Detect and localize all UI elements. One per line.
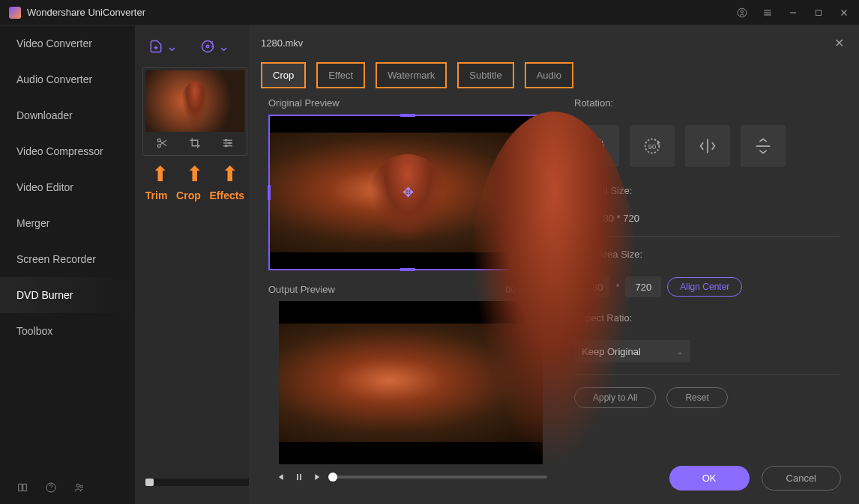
crop-handle-bottom[interactable] [400, 268, 415, 271]
arrow-up-icon: ⬆ [151, 162, 169, 186]
svg-rect-6 [816, 10, 822, 15]
prev-frame-button[interactable] [274, 472, 285, 482]
sidebar-item-screen-recorder[interactable]: Screen Recorder [0, 241, 135, 277]
reset-button[interactable]: Reset [666, 387, 727, 408]
tab-watermark[interactable]: Watermark [376, 62, 447, 88]
output-preview-label: Output Preview [268, 284, 335, 295]
tutorial-icon[interactable] [16, 482, 28, 494]
app-logo: Wondershare UniConverter [9, 7, 145, 19]
sidebar: Video Converter Audio Converter Download… [0, 25, 135, 504]
rotation-label: Rotation: [574, 97, 840, 109]
tab-effect[interactable]: Effect [316, 62, 365, 88]
clip-thumbnail[interactable] [145, 70, 244, 132]
annotation-trim: Trim [145, 189, 168, 201]
clip-thumbnail-panel: ⬆ ⬆ ⬆ Trim Crop Effects [142, 67, 247, 201]
original-preview-label: Original Preview [268, 97, 553, 109]
burn-progress [145, 479, 250, 486]
annotation-effects: Effects [209, 189, 244, 201]
editor-panel: 1280.mkv ✕ Crop Effect Watermark Subtitl… [249, 25, 859, 504]
community-icon[interactable] [73, 482, 85, 494]
sidebar-item-video-converter[interactable]: Video Converter [0, 25, 135, 61]
cancel-button[interactable]: Cancel [762, 466, 841, 491]
logo-icon [9, 7, 21, 19]
help-icon[interactable] [45, 482, 57, 494]
tab-audio[interactable]: Audio [525, 62, 573, 88]
app-title: Wondershare UniConverter [27, 7, 145, 18]
sidebar-item-dvd-burner[interactable]: DVD Burner [0, 277, 135, 313]
chevron-down-icon: ⌄ [218, 38, 229, 55]
effects-icon[interactable] [221, 136, 235, 150]
load-disc-button[interactable]: ⌄ [200, 38, 229, 55]
ok-button[interactable]: OK [669, 466, 750, 491]
minimize-icon[interactable] [787, 7, 799, 19]
svg-text:90: 90 [648, 143, 656, 151]
flip-vertical-button[interactable] [741, 125, 786, 167]
svg-point-11 [80, 485, 82, 488]
sidebar-item-video-editor[interactable]: Video Editor [0, 169, 135, 205]
output-preview [279, 301, 543, 464]
menu-icon[interactable] [762, 7, 774, 19]
sidebar-item-toolbox[interactable]: Toolbox [0, 313, 135, 349]
arrow-up-icon: ⬆ [186, 162, 203, 186]
tab-subtitle[interactable]: Subtitle [457, 62, 513, 88]
svg-point-14 [157, 145, 160, 148]
svg-point-13 [206, 45, 208, 47]
chevron-down-icon: ⌄ [166, 38, 178, 55]
maximize-icon[interactable] [813, 7, 825, 19]
align-center-button[interactable]: Align Center [667, 277, 742, 297]
sidebar-item-downloader[interactable]: Downloader [0, 97, 135, 133]
chevron-down-icon: ⌄ [677, 347, 683, 356]
sidebar-item-video-compressor[interactable]: Video Compressor [0, 133, 135, 169]
crop-handle-left[interactable] [268, 185, 271, 200]
filename-label: 1280.mkv [261, 37, 303, 49]
trim-icon[interactable] [155, 136, 169, 150]
seek-bar[interactable] [333, 476, 547, 479]
svg-rect-22 [297, 474, 298, 480]
svg-point-20 [229, 142, 230, 144]
content-area: ⌄ ⌄ [135, 25, 859, 504]
next-frame-button[interactable] [313, 472, 324, 482]
svg-point-15 [157, 139, 160, 142]
titlebar: Wondershare UniConverter [0, 0, 859, 25]
tab-crop[interactable]: Crop [261, 62, 306, 88]
svg-point-21 [226, 145, 227, 147]
account-icon[interactable] [736, 7, 748, 19]
pause-button[interactable] [294, 472, 304, 482]
rotate-right-button[interactable]: 90 [630, 125, 675, 167]
svg-point-19 [226, 139, 227, 141]
sidebar-item-merger[interactable]: Merger [0, 205, 135, 241]
flip-horizontal-button[interactable] [685, 125, 730, 167]
close-icon[interactable] [838, 7, 850, 19]
crop-handle-top[interactable] [400, 114, 415, 117]
svg-point-1 [741, 10, 744, 13]
editor-close-button[interactable]: ✕ [831, 33, 847, 53]
sidebar-item-audio-converter[interactable]: Audio Converter [0, 61, 135, 97]
svg-rect-23 [300, 474, 301, 480]
add-file-button[interactable]: ⌄ [148, 38, 178, 55]
move-icon[interactable]: ✥ [403, 184, 414, 201]
crop-icon[interactable] [188, 136, 202, 150]
svg-point-10 [76, 484, 79, 487]
annotation-crop: Crop [176, 189, 201, 201]
arrow-up-icon: ⬆ [221, 162, 238, 186]
